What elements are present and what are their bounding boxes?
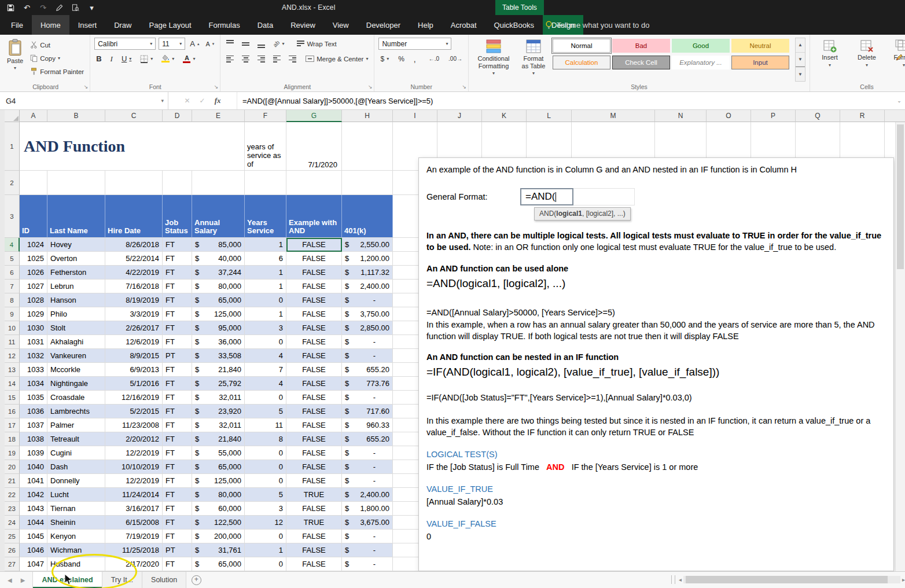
grid-cell[interactable]: $- <box>342 349 393 363</box>
grid-cell[interactable]: $- <box>342 530 393 543</box>
grid-cell[interactable]: 0 <box>245 530 286 543</box>
grid-cell[interactable]: 8/26/2018 <box>105 238 163 252</box>
grid-cell[interactable]: FT <box>163 516 192 530</box>
grid-cell[interactable]: 1030 <box>20 321 47 335</box>
grid-cell[interactable]: 0 <box>245 460 286 474</box>
format-painter-button[interactable]: Format Painter <box>28 65 86 78</box>
grid-cell[interactable]: 1026 <box>20 266 47 280</box>
grid-cell[interactable]: Dash <box>47 460 105 474</box>
grid-cell[interactable]: Lucht <box>47 488 105 502</box>
row-header-18[interactable]: 18 <box>5 432 20 446</box>
cell-a1-title[interactable]: AND Function <box>20 122 192 171</box>
grid-cell[interactable]: 2/17/2020 <box>105 557 163 571</box>
grid-cell[interactable]: $80,000 <box>192 488 245 502</box>
grid-cell[interactable] <box>105 171 163 195</box>
grid-cell[interactable]: 0 <box>245 293 286 307</box>
grid-cell[interactable] <box>163 171 192 195</box>
ribbon-tab-quickbooks[interactable]: QuickBooks <box>485 15 543 35</box>
grid-cell[interactable]: FALSE <box>286 474 342 488</box>
grid-cell[interactable]: 5 <box>245 405 286 418</box>
ribbon-tab-acrobat[interactable]: Acrobat <box>442 15 485 35</box>
grid-cell[interactable]: 1045 <box>20 530 47 543</box>
selected-cell-g4[interactable]: FALSE <box>286 238 342 252</box>
align-top-button[interactable] <box>225 38 236 50</box>
grid-cell[interactable]: $- <box>342 335 393 349</box>
font-dialog-launcher[interactable]: ↘ <box>214 84 219 90</box>
grid-cell[interactable]: $- <box>342 446 393 460</box>
vertical-scroll-thumb[interactable] <box>897 124 904 269</box>
grid-cell[interactable]: FT <box>163 293 192 307</box>
pen-mode-icon[interactable] <box>54 3 64 13</box>
grid-cell[interactable]: $33,508 <box>192 349 245 363</box>
row-header-4[interactable]: 4 <box>5 238 20 252</box>
row-header-6[interactable]: 6 <box>5 266 20 280</box>
grid-cell[interactable]: FALSE <box>286 432 342 446</box>
row-header-26[interactable]: 26 <box>5 543 20 557</box>
format-as-table-button[interactable]: Format as Table ▾ <box>518 38 549 82</box>
grid-cell[interactable]: FT <box>163 377 192 391</box>
grid-cell[interactable]: Fetherston <box>47 266 105 280</box>
italic-button[interactable]: I <box>109 53 115 65</box>
grid-cell[interactable]: $2,400.00 <box>342 488 393 502</box>
grid-cell[interactable]: Kenyon <box>47 530 105 543</box>
scrollbar-splitter[interactable] <box>671 575 675 584</box>
grid-cell[interactable]: FT <box>163 488 192 502</box>
grid-cell[interactable]: FT <box>163 530 192 543</box>
font-name-select[interactable]: Calibri▾ <box>94 38 156 50</box>
alignment-dialog-launcher[interactable]: ↘ <box>368 84 373 90</box>
row-header-16[interactable]: 16 <box>5 405 20 418</box>
grid-cell[interactable]: 1035 <box>20 391 47 405</box>
grid-cell[interactable]: FALSE <box>286 543 342 557</box>
previous-sheet-icon[interactable]: ◀ <box>8 577 12 583</box>
table-header-401-k[interactable]: 401(k) <box>342 195 393 238</box>
grid-cell[interactable]: TRUE <box>286 516 342 530</box>
copy-button[interactable]: Copy ▾ <box>28 52 86 64</box>
row-header-22[interactable]: 22 <box>5 488 20 502</box>
grid-cell[interactable]: 6/15/2008 <box>105 516 163 530</box>
grid-cell[interactable]: 6 <box>245 252 286 266</box>
grid-cell[interactable] <box>342 171 393 195</box>
grid-cell[interactable]: FT <box>163 446 192 460</box>
bold-button[interactable]: B <box>94 53 103 65</box>
grid-cell[interactable]: $2,550.00 <box>342 238 393 252</box>
grid-cell[interactable]: 1038 <box>20 432 47 446</box>
grid-cell[interactable]: $- <box>342 474 393 488</box>
percent-style-button[interactable]: % <box>396 53 406 65</box>
gallery-down-button[interactable]: ▼ <box>796 53 805 67</box>
wrap-text-button[interactable]: Wrap Text <box>295 38 338 50</box>
underline-button[interactable]: U▾ <box>120 53 133 65</box>
increase-indent-button[interactable] <box>287 53 298 65</box>
grid-cell[interactable]: $- <box>342 391 393 405</box>
row-header-25[interactable]: 25 <box>5 530 20 543</box>
decrease-decimal-button[interactable]: .00→ <box>447 53 464 65</box>
grid-cell[interactable]: $2,850.00 <box>342 321 393 335</box>
ribbon-tab-page-layout[interactable]: Page Layout <box>141 15 200 35</box>
cell-f1-note[interactable]: years of service as of <box>245 122 286 171</box>
grid-cell[interactable]: 2/20/2012 <box>105 432 163 446</box>
grid-cell[interactable]: FALSE <box>286 293 342 307</box>
grid-cell[interactable]: Nightingale <box>47 377 105 391</box>
grid-cell[interactable]: 1 <box>245 307 286 321</box>
horizontal-scrollbar[interactable]: ◂ ▸ <box>671 574 905 585</box>
grid-cell[interactable]: 7/16/2018 <box>105 280 163 293</box>
horizontal-scroll-thumb[interactable] <box>686 576 888 583</box>
row-header-2[interactable]: 2 <box>5 171 20 195</box>
insert-function-icon[interactable]: fx <box>215 96 221 105</box>
grid-cell[interactable]: 5/22/2014 <box>105 252 163 266</box>
grid-cell[interactable]: $- <box>342 293 393 307</box>
column-header-F[interactable]: F <box>245 110 286 122</box>
grid-cell[interactable]: $65,000 <box>192 460 245 474</box>
grid-cell[interactable]: FT <box>163 405 192 418</box>
grid-cell[interactable]: FT <box>163 335 192 349</box>
row-header-17[interactable]: 17 <box>5 418 20 432</box>
grid-cell[interactable]: 4 <box>245 377 286 391</box>
borders-button[interactable]: ▾ <box>138 53 154 65</box>
grid-cell[interactable]: 5 <box>245 488 286 502</box>
select-all-corner[interactable] <box>5 110 20 122</box>
gallery-up-button[interactable]: ▲ <box>796 38 805 53</box>
decrease-indent-button[interactable] <box>271 53 282 65</box>
grid-cell[interactable]: FALSE <box>286 363 342 377</box>
ribbon-tab-insert[interactable]: Insert <box>69 15 106 35</box>
grid-cell[interactable]: Donnelly <box>47 474 105 488</box>
grid-cell[interactable]: 1031 <box>20 335 47 349</box>
